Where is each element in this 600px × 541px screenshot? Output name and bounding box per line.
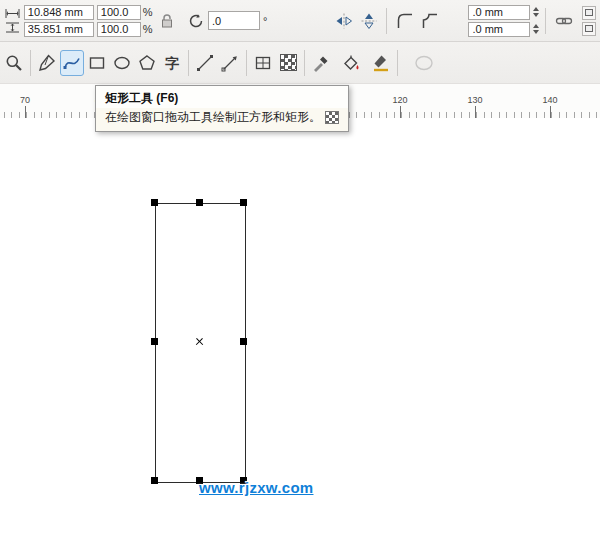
zoom-icon [4, 53, 24, 73]
polygon-tool[interactable] [135, 50, 159, 76]
fill-tool[interactable] [339, 50, 363, 76]
zoom-tool[interactable] [2, 50, 26, 76]
graph-paper-tool[interactable] [251, 50, 275, 76]
selection-handle-bottom-left[interactable] [151, 477, 158, 484]
overflow-button-bottom[interactable] [582, 22, 596, 36]
object-center-marker [195, 337, 204, 346]
outline-pen-icon [371, 53, 391, 73]
tooltip: 矩形工具 (F6) 在绘图窗口拖动工具绘制正方形和矩形。 [95, 85, 349, 132]
pen-icon [37, 53, 57, 73]
tooltip-body-text: 在绘图窗口拖动工具绘制正方形和矩形。 [105, 109, 321, 126]
ruler-label: 120 [392, 95, 407, 105]
chain-icon [554, 11, 574, 31]
checker-swatch-icon [325, 111, 339, 124]
pen-tool[interactable] [35, 50, 59, 76]
shape-tool-disabled [412, 50, 436, 76]
round-corner-button[interactable] [393, 9, 416, 33]
ruler-label: 130 [467, 95, 482, 105]
mirror-horizontal-button[interactable] [332, 9, 355, 33]
toolbox: 字 [0, 42, 600, 84]
selection-handle-middle-left[interactable] [151, 338, 158, 345]
eyedropper-tool[interactable] [309, 50, 333, 76]
percent-v-label: % [143, 23, 153, 35]
drawing-canvas[interactable]: www.rjzxw.com [0, 118, 600, 541]
disabled-ellipse-icon [413, 52, 435, 74]
ruler-label: 70 [20, 95, 30, 105]
scale-h-field[interactable] [97, 5, 141, 20]
position-x-icon [5, 8, 20, 19]
separator [30, 50, 31, 76]
round-corner-icon [395, 11, 415, 31]
position-fields [24, 5, 94, 37]
property-bar: % % ° [0, 0, 600, 42]
corner-radius-fields [468, 5, 539, 37]
scale-fields: % % [97, 5, 153, 37]
percent-h-label: % [143, 6, 153, 18]
freehand-tool[interactable] [60, 50, 84, 76]
corner-radius-bottom-field[interactable] [468, 22, 530, 37]
lock-icon [158, 12, 176, 30]
eyedropper-icon [311, 53, 331, 73]
rotation-angle-field[interactable] [208, 11, 260, 30]
rectangle-tool[interactable] [85, 50, 109, 76]
graph-paper-icon [253, 53, 273, 73]
selection-handle-top-left[interactable] [151, 199, 158, 206]
corner-radius-top-field[interactable] [468, 5, 530, 20]
text-tool[interactable]: 字 [160, 50, 184, 76]
freehand-curve-icon [62, 53, 82, 73]
selection-handle-middle-right[interactable] [240, 338, 247, 345]
separator [246, 50, 247, 76]
edit-corners-together-button[interactable] [552, 9, 575, 33]
position-icons [4, 8, 21, 33]
rectangle-icon [87, 53, 107, 73]
position-y-icon [5, 22, 20, 33]
selection-handle-top-right[interactable] [240, 199, 247, 206]
scalloped-corner-button[interactable] [419, 9, 442, 33]
dimension-icon [195, 53, 215, 73]
separator [386, 8, 387, 34]
mirror-vertical-button[interactable] [358, 9, 381, 33]
scale-v-field[interactable] [97, 22, 141, 37]
rotation-icon [187, 12, 205, 30]
text-tool-glyph: 字 [165, 56, 179, 70]
connector-tool[interactable] [218, 50, 242, 76]
connector-icon [220, 53, 240, 73]
outline-pen-tool[interactable] [369, 50, 393, 76]
corner-radius-bottom-spinner[interactable] [533, 24, 539, 34]
dimension-tool[interactable] [193, 50, 217, 76]
scalloped-corner-icon [420, 11, 440, 31]
ellipse-tool[interactable] [110, 50, 134, 76]
separator [397, 50, 398, 76]
ruler-label: 140 [542, 95, 557, 105]
checkerboard-icon [280, 54, 297, 71]
tooltip-title: 矩形工具 (F6) [96, 86, 348, 108]
overflow-button-top[interactable] [582, 6, 596, 20]
x-position-field[interactable] [24, 5, 94, 20]
corner-radius-top-spinner[interactable] [533, 7, 539, 17]
lock-ratio-button[interactable] [156, 9, 179, 33]
watermark-text: www.rjzxw.com [199, 479, 313, 496]
paint-bucket-icon [341, 53, 361, 73]
transparency-tool[interactable] [276, 50, 300, 76]
degree-label: ° [263, 15, 267, 27]
mirror-vertical-icon [359, 11, 379, 31]
overflow-buttons [582, 6, 596, 36]
y-position-field[interactable] [24, 22, 94, 37]
separator [304, 50, 305, 76]
selection-handle-top-center[interactable] [196, 199, 203, 206]
separator [188, 50, 189, 76]
ellipse-icon [112, 53, 132, 73]
polygon-icon [137, 53, 157, 73]
tooltip-body: 在绘图窗口拖动工具绘制正方形和矩形。 [96, 108, 348, 131]
separator [545, 8, 546, 34]
mirror-horizontal-icon [334, 11, 354, 31]
